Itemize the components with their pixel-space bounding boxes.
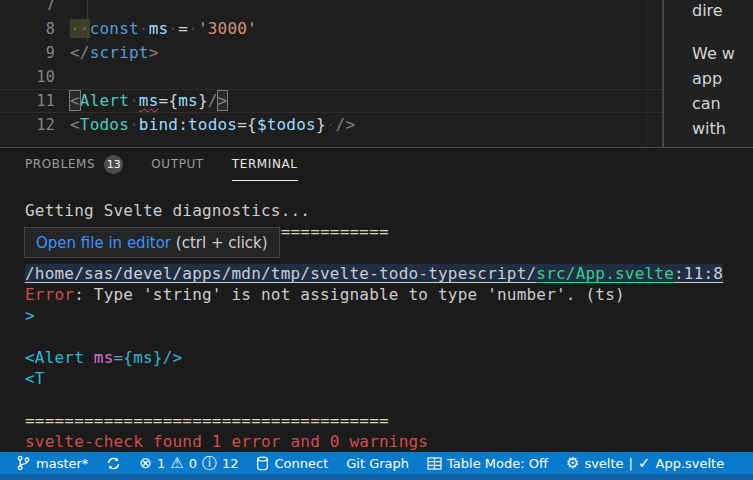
preview-text-line: can (692, 94, 721, 113)
status-label: 12 (222, 456, 239, 471)
vscode-window: 78··const·ms·=·'3000'9</script>1011<Aler… (0, 0, 753, 480)
text-segment: · (326, 115, 336, 134)
text-segment: ms (94, 348, 114, 367)
git-graph-button[interactable]: Git Graph (346, 456, 409, 471)
text-segment: Getting Svelte diagnostics... (25, 201, 310, 220)
text-segment: :11:8 (674, 264, 723, 283)
text-segment: > (25, 306, 35, 325)
editor-lines: 78··const·ms·=·'3000'9</script>1011<Aler… (0, 0, 662, 137)
terminal-row: svelte-check found 1 error and 0 warning… (0, 431, 753, 452)
text-segment: '3000' (198, 19, 257, 38)
tab-label: OUTPUT (151, 157, 204, 171)
code-editor[interactable]: 78··const·ms·=·'3000'9</script>1011<Aler… (0, 0, 662, 147)
tab-terminal[interactable]: TERMINAL (232, 148, 298, 181)
code-line-content (55, 0, 70, 17)
text-segment: · (129, 115, 139, 134)
info-icon: ⓘ (202, 456, 217, 471)
branch-icon (16, 455, 31, 471)
panel-tab-bar: PROBLEMS13OUTPUTTERMINAL (0, 148, 753, 181)
problems-badge: 13 (104, 155, 123, 174)
text-segment: / (208, 91, 218, 110)
preview-text-line: We w (692, 44, 735, 63)
text-segment: $todos (257, 115, 316, 134)
indent-guide (87, 0, 88, 41)
svelte-language-server-status[interactable]: ⚙svelte|✓App.svelte (566, 456, 724, 471)
database-icon (256, 456, 269, 471)
code-line-content: <Todos·bind:todos={$todos}·/> (55, 113, 355, 137)
text-segment: · (139, 19, 149, 38)
code-line-content: <Alert·ms={ms}/> (55, 89, 227, 113)
text-segment: · (129, 91, 139, 110)
bottom-strip (0, 474, 753, 480)
text-segment: script (90, 43, 149, 62)
text-segment: src/App.svelte (536, 264, 674, 283)
terminal-row: > (0, 305, 753, 326)
line-number: 7 (0, 0, 55, 17)
preview-text-line: dire (692, 1, 723, 20)
preview-text-line: with (692, 119, 726, 138)
table-mode-toggle[interactable]: Table Mode: Off (427, 456, 548, 471)
tab-output[interactable]: OUTPUT (151, 148, 204, 181)
tab-problems[interactable]: PROBLEMS13 (25, 148, 123, 181)
line-number: 8 (0, 17, 55, 41)
branch-indicator[interactable]: master* (16, 455, 88, 471)
text-segment: = (159, 91, 169, 110)
open-file-link[interactable]: Open file in editor (36, 234, 171, 252)
status-label: 1 (157, 456, 165, 471)
code-line[interactable]: 7 (0, 0, 662, 17)
code-line-content (55, 65, 70, 89)
terminal-row: <Alert ms={ms}/> (0, 347, 753, 368)
warning-icon: ⚠ (170, 456, 183, 471)
sync-button[interactable] (106, 456, 121, 471)
preview-pane: direWe wappcanwith (664, 0, 753, 147)
file-link-row[interactable]: /home/sas/devel/apps/mdn/tmp/svelte-todo… (0, 263, 753, 284)
file-link[interactable]: /home/sas/devel/apps/mdn/tmp/svelte-todo… (25, 264, 723, 283)
line-number: 11 (0, 89, 55, 113)
text-segment: } (198, 91, 208, 110)
code-line[interactable]: 10 (0, 65, 662, 89)
text-segment: { (247, 115, 257, 134)
text-segment: const (90, 19, 139, 38)
tab-label: PROBLEMS (25, 157, 95, 171)
text-segment: Todos (80, 115, 129, 134)
text-segment: > (149, 43, 159, 62)
status-label: App.svelte (656, 456, 725, 471)
code-line[interactable]: 8··const·ms·=·'3000' (0, 17, 662, 41)
status-label: | (629, 456, 633, 471)
line-number: 10 (0, 65, 55, 89)
status-label: Table Mode: Off (447, 456, 548, 471)
tab-label: TERMINAL (232, 157, 298, 171)
line-number: 12 (0, 113, 55, 137)
text-segment: · (168, 19, 178, 38)
text-segment: ms (139, 91, 159, 110)
link-tooltip: Open file in editor (ctrl + click) (24, 227, 280, 258)
text-segment: < (70, 91, 80, 110)
editor-scrollbar[interactable] (646, 0, 647, 147)
text-segment: ms (149, 19, 169, 38)
text-segment: { (168, 91, 178, 110)
terminal-row: Error: Type 'string' is not assignable t… (0, 284, 753, 305)
connect-button[interactable]: Connect (256, 456, 328, 471)
text-segment: · (188, 19, 198, 38)
problems-summary[interactable]: ⊗1⚠0ⓘ12 (139, 456, 238, 471)
status-bar: master*⊗1⚠0ⓘ12ConnectGit GraphTable Mode… (0, 452, 753, 474)
code-line[interactable]: 9</script> (0, 41, 662, 65)
text-segment: = (237, 115, 247, 134)
terminal-row: Getting Svelte diagnostics... (0, 200, 753, 221)
code-line[interactable]: 12<Todos·bind:todos={$todos}·/> (0, 113, 662, 137)
text-segment: = (178, 19, 188, 38)
terminal-row: ===================================== (0, 410, 753, 431)
gear-icon: ⚙ (566, 456, 579, 471)
text-segment: <T (25, 369, 45, 388)
preview-text-line: app (692, 69, 722, 88)
table-icon (427, 457, 442, 470)
text-segment: Error (25, 285, 74, 304)
line-number: 9 (0, 41, 55, 65)
status-label: Git Graph (346, 456, 409, 471)
text-segment: > (218, 91, 228, 110)
text-segment: /home/sas/devel/apps/mdn/tmp/svelte-todo… (25, 264, 536, 283)
text-segment: <Alert (25, 348, 94, 367)
error-icon: ⊗ (139, 456, 152, 471)
sync-icon (106, 456, 121, 471)
code-line[interactable]: 11<Alert·ms={ms}/> (0, 89, 662, 113)
